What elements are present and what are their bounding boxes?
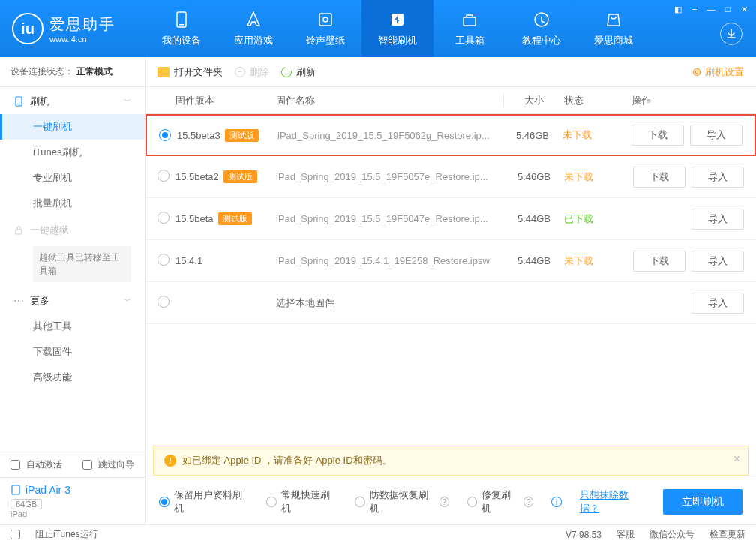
nav-icon: [604, 10, 623, 29]
maximize-icon[interactable]: □: [720, 3, 735, 15]
gear-icon: [692, 67, 702, 77]
menu-icon[interactable]: ≡: [687, 3, 702, 15]
refresh-icon: [279, 65, 293, 79]
main-panel: 打开文件夹 − 删除 刷新 刷机设置 固件版本 固件名称 大小 状态 操作 15…: [146, 57, 756, 524]
auto-activate-checkbox[interactable]: [10, 460, 20, 470]
nav-tab-3[interactable]: 智能刷机: [362, 0, 434, 57]
col-ops: 操作: [624, 94, 744, 107]
info-icon[interactable]: i: [551, 497, 562, 507]
nav-icon: [388, 10, 407, 29]
help-icon[interactable]: ?: [440, 497, 449, 507]
flash-options: 保留用户资料刷机常规快速刷机防数据恢复刷机?修复刷机?i只想抹除数据？立即刷机: [146, 479, 756, 524]
col-size: 大小: [504, 94, 564, 107]
import-button[interactable]: 导入: [692, 251, 744, 272]
nav-label: 爱思商城: [594, 34, 633, 47]
sidebar-group-flash[interactable]: 刷机 ﹀: [0, 87, 145, 114]
nav-icon: [460, 10, 479, 29]
svg-point-12: [695, 71, 698, 74]
import-button[interactable]: 导入: [692, 293, 744, 314]
flash-mode-option[interactable]: 修复刷机?: [467, 488, 533, 515]
sidebar-item[interactable]: 一键刷机: [0, 114, 145, 140]
row-radio[interactable]: [158, 296, 170, 308]
refresh-button[interactable]: 刷新: [281, 65, 316, 79]
nav-tab-6[interactable]: 爱思商城: [578, 0, 650, 57]
firmware-row[interactable]: 15.5beta2测试版iPad_Spring_2019_15.5_19F505…: [146, 156, 756, 198]
ops-cell: 导入: [624, 209, 744, 230]
capacity-badge: 64GB: [10, 499, 42, 509]
version-cell: 15.5beta2测试版: [176, 170, 276, 183]
statusbar: 阻止iTunes运行 V7.98.53 客服 微信公众号 检查更新: [0, 524, 756, 544]
flash-settings-button[interactable]: 刷机设置: [692, 65, 744, 79]
import-button[interactable]: 导入: [692, 209, 744, 230]
nav-tab-2[interactable]: 铃声壁纸: [290, 0, 362, 57]
status-cell: 未下载: [564, 170, 624, 184]
chevron-down-icon: ﹀: [124, 96, 131, 107]
erase-only-link[interactable]: 只想抹除数据？: [580, 488, 645, 515]
beta-badge: 测试版: [225, 129, 259, 142]
skip-guide-checkbox[interactable]: [82, 460, 92, 470]
firmware-row[interactable]: 选择本地固件导入: [146, 282, 756, 324]
theme-icon[interactable]: ◧: [670, 3, 686, 15]
sidebar-item[interactable]: 专业刷机: [0, 165, 145, 191]
sidebar-group-more[interactable]: ⋯ 更多 ﹀: [0, 287, 145, 314]
minimize-icon[interactable]: —: [704, 3, 718, 15]
close-notice-button[interactable]: ×: [734, 452, 740, 466]
flash-mode-option[interactable]: 保留用户资料刷机: [159, 488, 248, 515]
wechat-link[interactable]: 微信公众号: [650, 528, 694, 541]
ops-cell: 导入: [624, 293, 744, 314]
option-radio[interactable]: [266, 497, 276, 507]
row-radio[interactable]: [158, 170, 170, 182]
check-update-link[interactable]: 检查更新: [710, 528, 746, 541]
lock-icon: [14, 225, 24, 236]
nav-tab-4[interactable]: 工具箱: [434, 0, 506, 57]
ipad-icon: [10, 485, 21, 495]
download-button[interactable]: 下载: [632, 125, 684, 146]
name-cell: 选择本地固件: [276, 296, 504, 310]
option-radio[interactable]: [159, 497, 170, 507]
beta-badge: 测试版: [218, 212, 252, 225]
support-link[interactable]: 客服: [616, 528, 634, 541]
block-itunes-checkbox[interactable]: [10, 530, 20, 539]
row-radio[interactable]: [159, 129, 171, 141]
svg-rect-7: [16, 97, 22, 106]
download-button[interactable]: 下载: [633, 251, 686, 272]
nav-tab-0[interactable]: 我的设备: [146, 0, 218, 57]
jailbreak-note: 越狱工具已转移至工具箱: [33, 246, 131, 282]
sidebar-item[interactable]: 其他工具: [0, 314, 145, 339]
flash-now-button[interactable]: 立即刷机: [663, 489, 742, 515]
close-icon[interactable]: ✕: [736, 3, 752, 15]
window-controls: ◧ ≡ — □ ✕: [670, 3, 752, 15]
download-manager-button[interactable]: [720, 23, 742, 45]
flash-mode-option[interactable]: 常规快速刷机: [266, 488, 337, 515]
firmware-row[interactable]: 15.4.1iPad_Spring_2019_15.4.1_19E258_Res…: [146, 240, 756, 282]
device-name[interactable]: iPad Air 3: [10, 484, 134, 496]
row-radio[interactable]: [158, 254, 170, 266]
device-info: iPad Air 3 64GB iPad: [0, 478, 145, 524]
nav-tab-1[interactable]: 应用游戏: [218, 0, 290, 57]
firmware-row[interactable]: 15.5beta3测试版iPad_Spring_2019_15.5_19F506…: [146, 114, 756, 156]
option-radio[interactable]: [467, 497, 477, 507]
size-cell: 5.44GB: [504, 213, 564, 224]
import-button[interactable]: 导入: [690, 125, 742, 146]
version-cell: 15.5beta测试版: [176, 212, 276, 225]
sidebar-item[interactable]: iTunes刷机: [0, 140, 145, 165]
size-cell: 5.46GB: [504, 171, 564, 182]
help-icon[interactable]: ?: [524, 497, 533, 507]
delete-button[interactable]: − 删除: [235, 65, 269, 79]
sidebar-item[interactable]: 下载固件: [0, 339, 145, 365]
sidebar-item[interactable]: 批量刷机: [0, 191, 145, 216]
download-button[interactable]: 下载: [633, 167, 686, 188]
toolbar: 打开文件夹 − 删除 刷新 刷机设置: [146, 57, 756, 87]
row-radio[interactable]: [158, 212, 170, 224]
auto-activate-row: 自动激活 跳过向导: [0, 452, 145, 478]
flash-icon: [14, 96, 24, 107]
import-button[interactable]: 导入: [692, 167, 744, 188]
firmware-row[interactable]: 15.5beta测试版iPad_Spring_2019_15.5_19F5047…: [146, 198, 756, 240]
nav-tab-5[interactable]: 教程中心: [506, 0, 578, 57]
svg-rect-1: [179, 24, 184, 26]
sidebar-item[interactable]: 高级功能: [0, 365, 145, 390]
nav-label: 工具箱: [455, 34, 484, 47]
option-radio[interactable]: [355, 497, 364, 507]
open-folder-button[interactable]: 打开文件夹: [158, 65, 223, 79]
flash-mode-option[interactable]: 防数据恢复刷机?: [355, 488, 449, 515]
